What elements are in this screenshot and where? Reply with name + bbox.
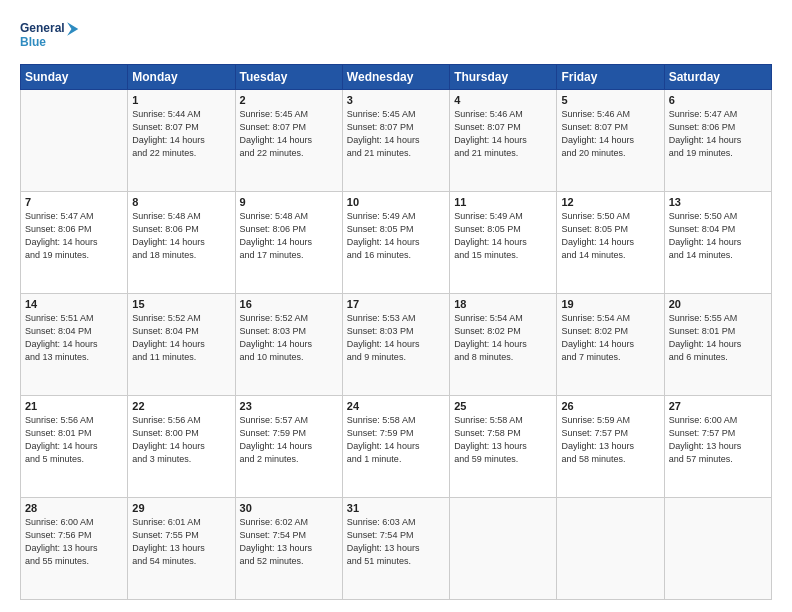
- day-info: Sunrise: 5:52 AMSunset: 8:03 PMDaylight:…: [240, 312, 338, 364]
- day-info: Sunrise: 5:50 AMSunset: 8:05 PMDaylight:…: [561, 210, 659, 262]
- day-number: 9: [240, 196, 338, 208]
- day-number: 6: [669, 94, 767, 106]
- day-number: 29: [132, 502, 230, 514]
- calendar-cell: 30Sunrise: 6:02 AMSunset: 7:54 PMDayligh…: [235, 498, 342, 600]
- day-number: 12: [561, 196, 659, 208]
- calendar-cell: 29Sunrise: 6:01 AMSunset: 7:55 PMDayligh…: [128, 498, 235, 600]
- calendar-cell: 9Sunrise: 5:48 AMSunset: 8:06 PMDaylight…: [235, 192, 342, 294]
- calendar-cell: [450, 498, 557, 600]
- day-number: 18: [454, 298, 552, 310]
- day-info: Sunrise: 6:03 AMSunset: 7:54 PMDaylight:…: [347, 516, 445, 568]
- day-info: Sunrise: 6:00 AMSunset: 7:57 PMDaylight:…: [669, 414, 767, 466]
- day-info: Sunrise: 5:57 AMSunset: 7:59 PMDaylight:…: [240, 414, 338, 466]
- day-number: 17: [347, 298, 445, 310]
- day-info: Sunrise: 6:00 AMSunset: 7:56 PMDaylight:…: [25, 516, 123, 568]
- calendar-cell: 27Sunrise: 6:00 AMSunset: 7:57 PMDayligh…: [664, 396, 771, 498]
- calendar-cell: 22Sunrise: 5:56 AMSunset: 8:00 PMDayligh…: [128, 396, 235, 498]
- calendar-cell: 16Sunrise: 5:52 AMSunset: 8:03 PMDayligh…: [235, 294, 342, 396]
- day-number: 22: [132, 400, 230, 412]
- day-number: 23: [240, 400, 338, 412]
- calendar-cell: 4Sunrise: 5:46 AMSunset: 8:07 PMDaylight…: [450, 90, 557, 192]
- calendar-cell: 17Sunrise: 5:53 AMSunset: 8:03 PMDayligh…: [342, 294, 449, 396]
- day-number: 20: [669, 298, 767, 310]
- day-number: 10: [347, 196, 445, 208]
- day-info: Sunrise: 5:49 AMSunset: 8:05 PMDaylight:…: [454, 210, 552, 262]
- day-number: 19: [561, 298, 659, 310]
- calendar-cell: 28Sunrise: 6:00 AMSunset: 7:56 PMDayligh…: [21, 498, 128, 600]
- calendar-cell: 24Sunrise: 5:58 AMSunset: 7:59 PMDayligh…: [342, 396, 449, 498]
- calendar-cell: 11Sunrise: 5:49 AMSunset: 8:05 PMDayligh…: [450, 192, 557, 294]
- week-row: 1Sunrise: 5:44 AMSunset: 8:07 PMDaylight…: [21, 90, 772, 192]
- calendar-cell: 18Sunrise: 5:54 AMSunset: 8:02 PMDayligh…: [450, 294, 557, 396]
- calendar-cell: 2Sunrise: 5:45 AMSunset: 8:07 PMDaylight…: [235, 90, 342, 192]
- svg-text:Blue: Blue: [20, 35, 46, 49]
- day-info: Sunrise: 5:47 AMSunset: 8:06 PMDaylight:…: [25, 210, 123, 262]
- day-number: 3: [347, 94, 445, 106]
- header-day: Sunday: [21, 65, 128, 90]
- week-row: 21Sunrise: 5:56 AMSunset: 8:01 PMDayligh…: [21, 396, 772, 498]
- day-info: Sunrise: 5:48 AMSunset: 8:06 PMDaylight:…: [132, 210, 230, 262]
- header-day: Saturday: [664, 65, 771, 90]
- day-number: 2: [240, 94, 338, 106]
- day-info: Sunrise: 5:48 AMSunset: 8:06 PMDaylight:…: [240, 210, 338, 262]
- day-number: 24: [347, 400, 445, 412]
- day-info: Sunrise: 5:45 AMSunset: 8:07 PMDaylight:…: [240, 108, 338, 160]
- calendar-cell: 10Sunrise: 5:49 AMSunset: 8:05 PMDayligh…: [342, 192, 449, 294]
- calendar-cell: [557, 498, 664, 600]
- calendar-cell: [664, 498, 771, 600]
- header-day: Monday: [128, 65, 235, 90]
- day-number: 30: [240, 502, 338, 514]
- day-number: 16: [240, 298, 338, 310]
- calendar-cell: 23Sunrise: 5:57 AMSunset: 7:59 PMDayligh…: [235, 396, 342, 498]
- calendar-table: SundayMondayTuesdayWednesdayThursdayFrid…: [20, 64, 772, 600]
- calendar-cell: 14Sunrise: 5:51 AMSunset: 8:04 PMDayligh…: [21, 294, 128, 396]
- header: General Blue: [20, 16, 772, 54]
- day-info: Sunrise: 5:54 AMSunset: 8:02 PMDaylight:…: [561, 312, 659, 364]
- calendar-cell: 3Sunrise: 5:45 AMSunset: 8:07 PMDaylight…: [342, 90, 449, 192]
- day-number: 1: [132, 94, 230, 106]
- week-row: 14Sunrise: 5:51 AMSunset: 8:04 PMDayligh…: [21, 294, 772, 396]
- day-info: Sunrise: 6:01 AMSunset: 7:55 PMDaylight:…: [132, 516, 230, 568]
- calendar-cell: 21Sunrise: 5:56 AMSunset: 8:01 PMDayligh…: [21, 396, 128, 498]
- day-info: Sunrise: 5:54 AMSunset: 8:02 PMDaylight:…: [454, 312, 552, 364]
- day-info: Sunrise: 5:49 AMSunset: 8:05 PMDaylight:…: [347, 210, 445, 262]
- calendar-cell: 15Sunrise: 5:52 AMSunset: 8:04 PMDayligh…: [128, 294, 235, 396]
- day-number: 21: [25, 400, 123, 412]
- calendar-cell: 5Sunrise: 5:46 AMSunset: 8:07 PMDaylight…: [557, 90, 664, 192]
- header-day: Tuesday: [235, 65, 342, 90]
- svg-text:General: General: [20, 21, 65, 35]
- day-number: 7: [25, 196, 123, 208]
- day-info: Sunrise: 5:46 AMSunset: 8:07 PMDaylight:…: [561, 108, 659, 160]
- svg-marker-2: [67, 22, 78, 36]
- day-number: 26: [561, 400, 659, 412]
- day-number: 14: [25, 298, 123, 310]
- day-info: Sunrise: 5:56 AMSunset: 8:00 PMDaylight:…: [132, 414, 230, 466]
- calendar-page: General Blue SundayMondayTuesdayWednesda…: [0, 0, 792, 612]
- day-info: Sunrise: 5:45 AMSunset: 8:07 PMDaylight:…: [347, 108, 445, 160]
- header-day: Friday: [557, 65, 664, 90]
- calendar-cell: 7Sunrise: 5:47 AMSunset: 8:06 PMDaylight…: [21, 192, 128, 294]
- day-number: 25: [454, 400, 552, 412]
- header-day: Wednesday: [342, 65, 449, 90]
- calendar-cell: 1Sunrise: 5:44 AMSunset: 8:07 PMDaylight…: [128, 90, 235, 192]
- calendar-cell: 19Sunrise: 5:54 AMSunset: 8:02 PMDayligh…: [557, 294, 664, 396]
- day-number: 27: [669, 400, 767, 412]
- day-number: 15: [132, 298, 230, 310]
- calendar-cell: 20Sunrise: 5:55 AMSunset: 8:01 PMDayligh…: [664, 294, 771, 396]
- calendar-cell: 12Sunrise: 5:50 AMSunset: 8:05 PMDayligh…: [557, 192, 664, 294]
- day-number: 28: [25, 502, 123, 514]
- logo-svg: General Blue: [20, 16, 80, 54]
- day-info: Sunrise: 5:58 AMSunset: 7:58 PMDaylight:…: [454, 414, 552, 466]
- day-number: 31: [347, 502, 445, 514]
- calendar-cell: 8Sunrise: 5:48 AMSunset: 8:06 PMDaylight…: [128, 192, 235, 294]
- day-info: Sunrise: 5:56 AMSunset: 8:01 PMDaylight:…: [25, 414, 123, 466]
- day-info: Sunrise: 5:58 AMSunset: 7:59 PMDaylight:…: [347, 414, 445, 466]
- day-info: Sunrise: 5:50 AMSunset: 8:04 PMDaylight:…: [669, 210, 767, 262]
- week-row: 28Sunrise: 6:00 AMSunset: 7:56 PMDayligh…: [21, 498, 772, 600]
- calendar-cell: 25Sunrise: 5:58 AMSunset: 7:58 PMDayligh…: [450, 396, 557, 498]
- day-info: Sunrise: 5:51 AMSunset: 8:04 PMDaylight:…: [25, 312, 123, 364]
- day-info: Sunrise: 5:46 AMSunset: 8:07 PMDaylight:…: [454, 108, 552, 160]
- day-info: Sunrise: 5:44 AMSunset: 8:07 PMDaylight:…: [132, 108, 230, 160]
- day-info: Sunrise: 5:47 AMSunset: 8:06 PMDaylight:…: [669, 108, 767, 160]
- calendar-cell: 6Sunrise: 5:47 AMSunset: 8:06 PMDaylight…: [664, 90, 771, 192]
